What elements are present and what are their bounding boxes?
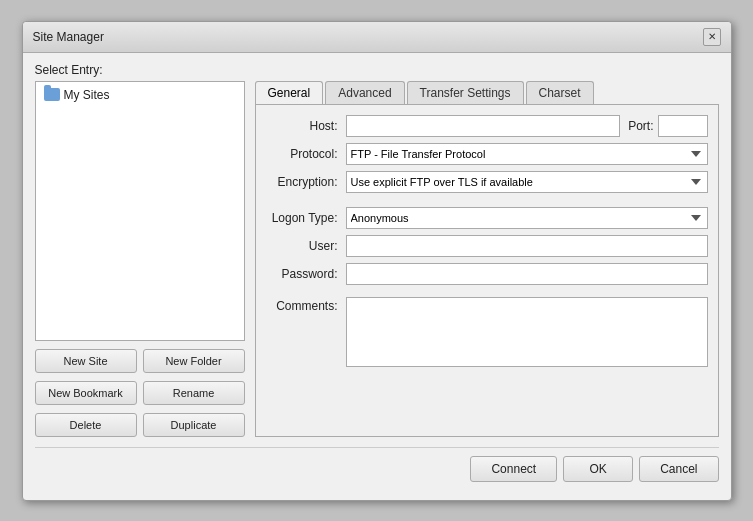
delete-button[interactable]: Delete xyxy=(35,413,137,437)
my-sites-label: My Sites xyxy=(64,88,110,102)
tree-item-my-sites[interactable]: My Sites xyxy=(40,86,240,104)
user-label: User: xyxy=(266,239,346,253)
comments-label: Comments: xyxy=(266,297,346,313)
window-title: Site Manager xyxy=(33,30,104,44)
select-entry-label: Select Entry: xyxy=(35,63,719,77)
logon-type-select[interactable]: Anonymous Normal Ask for password Intera… xyxy=(346,207,708,229)
site-manager-window: Site Manager ✕ Select Entry: My Sites Ne… xyxy=(22,21,732,501)
port-input[interactable] xyxy=(658,115,708,137)
host-row: Host: Port: xyxy=(266,115,708,137)
duplicate-button[interactable]: Duplicate xyxy=(143,413,245,437)
tab-advanced[interactable]: Advanced xyxy=(325,81,404,104)
ok-button[interactable]: OK xyxy=(563,456,633,482)
title-bar: Site Manager ✕ xyxy=(23,22,731,53)
cancel-button[interactable]: Cancel xyxy=(639,456,718,482)
protocol-select[interactable]: FTP - File Transfer Protocol SFTP - SSH … xyxy=(346,143,708,165)
password-row: Password: xyxy=(266,263,708,285)
host-input[interactable] xyxy=(346,115,621,137)
folder-icon xyxy=(44,88,60,101)
tab-charset[interactable]: Charset xyxy=(526,81,594,104)
footer-divider xyxy=(35,447,719,448)
encryption-row: Encryption: Use explicit FTP over TLS if… xyxy=(266,171,708,193)
logon-type-label: Logon Type: xyxy=(266,211,346,225)
new-folder-button[interactable]: New Folder xyxy=(143,349,245,373)
btn-row-1: New Site New Folder xyxy=(35,349,245,373)
tab-general[interactable]: General xyxy=(255,81,324,104)
comments-row: Comments: xyxy=(266,297,708,367)
btn-row-2: New Bookmark Rename xyxy=(35,381,245,405)
user-input[interactable] xyxy=(346,235,708,257)
password-input[interactable] xyxy=(346,263,708,285)
logon-type-row: Logon Type: Anonymous Normal Ask for pas… xyxy=(266,207,708,229)
host-label: Host: xyxy=(266,119,346,133)
footer-buttons: Connect OK Cancel xyxy=(35,456,719,482)
right-panel: General Advanced Transfer Settings Chars… xyxy=(255,81,719,437)
password-label: Password: xyxy=(266,267,346,281)
left-panel: My Sites New Site New Folder New Bookmar… xyxy=(35,81,245,437)
tab-transfer-settings[interactable]: Transfer Settings xyxy=(407,81,524,104)
btn-row-3: Delete Duplicate xyxy=(35,413,245,437)
port-label: Port: xyxy=(628,119,653,133)
rename-button[interactable]: Rename xyxy=(143,381,245,405)
protocol-label: Protocol: xyxy=(266,147,346,161)
tabs-bar: General Advanced Transfer Settings Chars… xyxy=(255,81,719,104)
new-bookmark-button[interactable]: New Bookmark xyxy=(35,381,137,405)
comments-textarea[interactable] xyxy=(346,297,708,367)
new-site-button[interactable]: New Site xyxy=(35,349,137,373)
tab-content-general: Host: Port: Protocol: FTP - File Transfe… xyxy=(255,104,719,437)
close-button[interactable]: ✕ xyxy=(703,28,721,46)
window-content: Select Entry: My Sites New Site New Fold… xyxy=(23,53,731,494)
protocol-row: Protocol: FTP - File Transfer Protocol S… xyxy=(266,143,708,165)
connect-button[interactable]: Connect xyxy=(470,456,557,482)
encryption-select[interactable]: Use explicit FTP over TLS if available U… xyxy=(346,171,708,193)
tree-view[interactable]: My Sites xyxy=(35,81,245,341)
encryption-label: Encryption: xyxy=(266,175,346,189)
user-row: User: xyxy=(266,235,708,257)
main-layout: My Sites New Site New Folder New Bookmar… xyxy=(35,81,719,437)
